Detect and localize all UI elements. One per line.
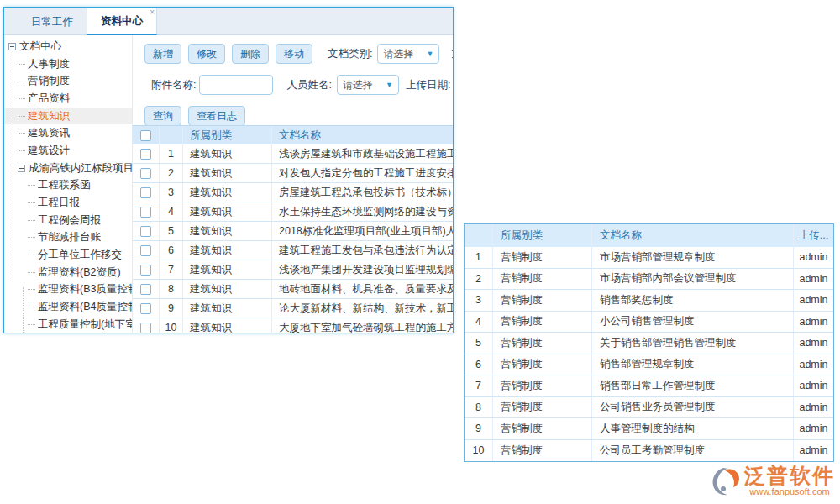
row-checkbox[interactable] — [140, 149, 151, 160]
table-row[interactable]: 9 营销制度 人事管理制度的结构 admin — [465, 418, 833, 440]
tree-item-construction-news[interactable]: 建筑资讯 — [4, 124, 132, 142]
tab-bar: 日常工作 资料中心 × — [4, 8, 453, 35]
tree-dash — [18, 98, 25, 99]
table-row[interactable]: 2 营销制度 市场营销部内部会议管理制度 admin — [465, 269, 833, 291]
tree-item-hr-rules[interactable]: 人事制度 — [4, 55, 132, 73]
tab-data-center-label: 资料中心 — [101, 15, 143, 27]
doc-name-label: 文档名称: — [451, 47, 453, 61]
table-row[interactable]: 6 建筑知识 建筑工程施工发包与承包违法行为认定... — [133, 241, 453, 260]
tree-dash — [28, 272, 35, 273]
row-checkbox[interactable] — [140, 323, 151, 333]
header-uploader: 上传... — [794, 224, 833, 247]
row-checkbox[interactable] — [140, 187, 151, 198]
marketing-table-header: 所属别类 文档名称 上传... — [465, 224, 833, 247]
table-row[interactable]: 4 营销制度 小公司销售管理制度 admin — [465, 312, 833, 333]
table-row[interactable]: 10 建筑知识 大厦地下室加气砼墙砌筑工程的施工方... — [133, 318, 453, 333]
query-toolbar: 查询 查看日志 — [133, 107, 453, 125]
tree-dash — [28, 202, 35, 203]
tree-item-work-transfer[interactable]: 分工单位工作移交 — [4, 246, 132, 264]
window-body: 文档中心 人事制度 营销制度 产品资料 建筑知识 建筑资讯 — [4, 35, 453, 333]
brand-watermark: 泛普软件 www.fanpusoft.com — [711, 465, 835, 497]
tab-close-icon[interactable]: × — [150, 8, 155, 17]
table-row[interactable]: 3 营销制度 销售部奖惩制度 admin — [465, 290, 833, 312]
tree-item-weekly-meeting[interactable]: 工程例会周报 — [4, 212, 132, 229]
doc-category-label: 文档类别: — [328, 47, 372, 61]
row-checkbox[interactable] — [140, 284, 151, 295]
chevron-down-icon: ▼ — [427, 50, 434, 58]
edit-button[interactable]: 修改 — [188, 44, 225, 64]
attachment-name-label: 附件名称: — [151, 78, 196, 92]
table-row[interactable]: 10 营销制度 公司员工考勤管理制度 admin — [465, 440, 833, 462]
tree-item-chengyu-project[interactable]: 成渝高铁内江标段项目 — [4, 160, 132, 177]
select-all-checkbox[interactable] — [140, 130, 151, 141]
tree-dash — [28, 324, 35, 325]
brand-name: 泛普软件 — [744, 465, 835, 486]
table-row[interactable]: 9 建筑知识 论大厦新材料、新结构、新技术，新工... — [133, 299, 453, 318]
row-checkbox[interactable] — [140, 303, 151, 314]
tree-item-contact-letter[interactable]: 工程联系函 — [4, 177, 132, 195]
filter-toolbar: 附件名称: 人员姓名: 请选择 ▼ 上传日期: — [133, 74, 453, 96]
table-row[interactable]: 5 营销制度 关于销售部管理销售管理制度 admin — [465, 333, 833, 354]
tree-dash — [18, 116, 25, 117]
table-row[interactable]: 6 营销制度 销售部管理规章制度 admin — [465, 354, 833, 376]
header-category: 所属别类 — [183, 126, 272, 144]
table-row[interactable]: 3 建筑知识 房屋建筑工程总承包投标书（技术标）... — [133, 183, 453, 202]
marketing-documents-table: 所属别类 文档名称 上传... 1 营销制度 市场营销部管理规章制度 admin… — [464, 223, 834, 462]
row-checkbox[interactable] — [140, 226, 151, 237]
app-window: 日常工作 资料中心 × 文档中心 人事制度 营销制度 产 — [3, 7, 454, 333]
tree-dash — [28, 220, 35, 221]
table-row[interactable]: 1 建筑知识 浅谈房屋建筑和市政基础设施工程施工... — [133, 144, 453, 164]
table-row[interactable]: 7 建筑知识 浅谈地产集团开发建设项目监理规划编... — [133, 260, 453, 280]
header-index — [465, 224, 493, 247]
move-button[interactable]: 移动 — [276, 44, 312, 64]
tree-dash — [18, 81, 25, 81]
row-checkbox[interactable] — [140, 207, 151, 218]
table-row[interactable]: 4 建筑知识 水土保持生态环境监测网络的建设与资... — [133, 202, 453, 222]
tree-item-construction-knowledge[interactable]: 建筑知识 — [4, 108, 132, 125]
collapse-icon[interactable] — [18, 165, 25, 172]
doc-category-value: 请选择 — [383, 47, 413, 61]
attachment-name-input[interactable] — [199, 75, 273, 95]
tree-dash — [28, 307, 35, 307]
person-name-value: 请选择 — [343, 78, 373, 92]
tree-item-construction-design[interactable]: 建筑设计 — [4, 142, 132, 160]
tab-data-center[interactable]: 资料中心 × — [87, 8, 157, 35]
collapse-icon[interactable] — [8, 43, 16, 50]
tree-item-marketing-rules[interactable]: 营销制度 — [4, 72, 132, 90]
tree-item-energy-ledger[interactable]: 节能减排台账 — [4, 229, 132, 247]
documents-table: 所属别类 文档名称 1 建筑知识 浅谈房屋建筑和市政基础设施工程施工... 2 … — [133, 125, 453, 333]
table-row[interactable]: 8 营销制度 公司销售业务员管理制度 admin — [465, 397, 833, 419]
query-button[interactable]: 查询 — [144, 106, 181, 126]
row-checkbox[interactable] — [140, 245, 151, 256]
person-name-select[interactable]: 请选择 ▼ — [337, 75, 399, 95]
tree-dash — [28, 289, 35, 290]
table-row[interactable]: 5 建筑知识 2018标准化监理项目部(业主项目部)人员... — [133, 222, 453, 241]
action-toolbar: 新增 修改 删除 移动 文档类别: 请选择 ▼ 文档名称: — [133, 43, 453, 65]
table-row[interactable]: 1 营销制度 市场营销部管理规章制度 admin — [465, 247, 833, 269]
chevron-down-icon: ▼ — [386, 81, 393, 89]
header-doc-name: 文档名称 — [592, 224, 794, 247]
tree-guide-line — [13, 47, 13, 282]
row-checkbox[interactable] — [140, 168, 151, 179]
main-panel: 新增 修改 删除 移动 文档类别: 请选择 ▼ 文档名称: 附件名称: 人员姓名… — [133, 35, 453, 333]
tree-dash — [18, 64, 25, 65]
delete-button[interactable]: 删除 — [232, 44, 269, 64]
tree-dash — [18, 150, 25, 151]
row-checkbox[interactable] — [140, 265, 151, 276]
add-button[interactable]: 新增 — [144, 44, 181, 64]
tree-item-document-center[interactable]: 文档中心 — [4, 38, 132, 55]
table-row[interactable]: 7 营销制度 销售部日常工作管理制度 admin — [465, 375, 833, 397]
tree-item-product-material[interactable]: 产品资料 — [4, 90, 132, 108]
header-category: 所属别类 — [493, 224, 592, 247]
header-index — [160, 126, 183, 144]
document-tree: 文档中心 人事制度 营销制度 产品资料 建筑知识 建筑资讯 — [4, 35, 133, 333]
table-row[interactable]: 8 建筑知识 地砖地面材料、机具准备、质量要求及... — [133, 280, 453, 299]
table-row[interactable]: 2 建筑知识 对发包人指定分包的工程施工进度安排... — [133, 164, 453, 183]
tab-daily-work[interactable]: 日常工作 — [18, 9, 87, 34]
doc-category-select[interactable]: 请选择 ▼ — [377, 44, 439, 64]
tree-item-daily-report[interactable]: 工程日报 — [4, 194, 132, 212]
view-log-button[interactable]: 查看日志 — [188, 106, 245, 126]
tree-dash — [28, 255, 35, 255]
tree-item-supervision-b2[interactable]: 监理资料(B2资质) — [4, 264, 132, 281]
person-name-label: 人员姓名: — [286, 78, 331, 92]
